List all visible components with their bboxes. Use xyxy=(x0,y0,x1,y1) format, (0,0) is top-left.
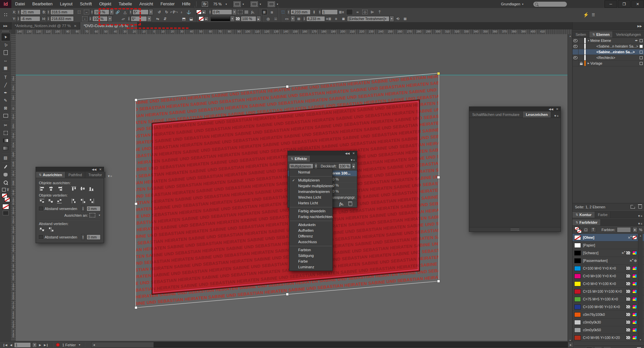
new-layer-icon[interactable] xyxy=(631,205,635,209)
chevron-right-icon[interactable]: ▶ xyxy=(202,10,206,14)
blend-option-ineinanderkopieren[interactable]: Ineinanderkopieren xyxy=(289,189,332,195)
layer-selection-square[interactable] xyxy=(640,51,643,54)
tab-farbfelder[interactable]: ⇅Farbfelder xyxy=(573,219,601,225)
page-number-field[interactable]: 1 xyxy=(14,342,31,348)
scale-x-field[interactable]: 100 % xyxy=(94,9,109,15)
align-left-button[interactable] xyxy=(40,186,45,191)
apply-to-text-button[interactable]: T xyxy=(590,227,596,232)
type-tool[interactable]: T xyxy=(1,73,10,81)
distribute-top-button[interactable] xyxy=(40,199,45,203)
ruler-guide[interactable] xyxy=(16,75,568,75)
align-to-icon[interactable] xyxy=(90,213,95,217)
spacing2-field[interactable]: 0 mm xyxy=(87,234,101,240)
link-scale-icon[interactable]: 🔗 xyxy=(115,9,120,15)
stroke-swatch-none[interactable] xyxy=(196,10,202,14)
chevron-down-icon[interactable]: ▼ xyxy=(230,16,235,22)
swatch-row[interactable]: C=0 M=100 Y=0 K=0 xyxy=(573,272,644,280)
swatch-row[interactable]: C=100 M=90 Y=10 K=0 xyxy=(573,303,644,311)
swatch-row[interactable]: [Schwarz]✕ xyxy=(573,249,644,257)
close-icon[interactable]: ✕ xyxy=(131,22,133,29)
select-next-icon[interactable]: ⬓ xyxy=(189,16,194,21)
opacity-field[interactable]: 100 % xyxy=(338,163,351,169)
spacing2-stepper[interactable]: ▲▼ xyxy=(81,234,85,240)
columns-field[interactable]: 1 xyxy=(322,9,338,15)
swatch-row[interactable]: C=0 M=95 Y=100 K=20 xyxy=(573,334,644,342)
shear-field[interactable]: 5° xyxy=(131,16,147,21)
shadow-icon[interactable] xyxy=(245,10,248,14)
tab-verknuepfungen[interactable]: Verknüpfungen xyxy=(613,31,644,38)
layer-row[interactable]: ▼Meine Ebene✒ xyxy=(573,38,644,44)
blend-option-aufhellen[interactable]: Aufhellen xyxy=(289,228,332,233)
x-stepper[interactable]: ▲▼ xyxy=(17,9,20,15)
apply-none-button[interactable] xyxy=(2,204,9,209)
blend-option-abdunkeln[interactable]: Abdunkeln xyxy=(289,222,332,228)
blend-option-hartes-licht[interactable]: Hartes Licht xyxy=(289,200,332,206)
chevron-down-icon[interactable]: ▼ xyxy=(32,342,37,348)
scissors-tool[interactable]: ✂ xyxy=(1,121,10,129)
visibility-cell[interactable] xyxy=(573,38,579,43)
chevron-down-icon[interactable]: ▼ xyxy=(149,9,153,15)
align-right-button[interactable] xyxy=(57,186,63,191)
flip-horizontal-icon[interactable]: ⇋ xyxy=(155,16,160,21)
tab-ausrichten[interactable]: ⇅Ausrichten xyxy=(36,172,65,178)
selection-handle[interactable] xyxy=(135,202,138,205)
layer-selection-square[interactable] xyxy=(640,45,643,48)
rotate-ccw-icon[interactable]: ↺ xyxy=(157,9,162,15)
blend-mode-select[interactable]: Multiplizieren xyxy=(289,163,313,169)
select-container-icon[interactable]: ♁ xyxy=(179,9,184,15)
flip-vertical-icon[interactable]: ⇵ xyxy=(162,16,168,21)
lock-cell[interactable] xyxy=(579,38,584,43)
tint-field[interactable] xyxy=(617,227,631,232)
menu-tabelle[interactable]: Tabelle xyxy=(115,0,136,8)
lock-cell[interactable] xyxy=(579,49,584,55)
distribute-vspace-button[interactable] xyxy=(40,227,45,232)
fill-swatch-none[interactable] xyxy=(199,16,204,21)
close-icon[interactable]: ✕ xyxy=(74,22,76,29)
inset-stepper[interactable]: ▲▼ xyxy=(287,9,290,15)
visibility-cell[interactable] xyxy=(573,44,579,49)
panel-menu-icon[interactable]: ▼≡ xyxy=(636,214,644,218)
tab-kontur[interactable]: ⇅Kontur xyxy=(573,212,595,218)
height-field[interactable]: 218,833 mm xyxy=(50,16,74,21)
panel-menu-icon[interactable]: ▼≡ xyxy=(105,175,114,178)
selection-handle[interactable] xyxy=(286,85,289,88)
swatch-row[interactable]: c0m0y0k50 xyxy=(573,326,644,334)
fx-button[interactable]: fx. xyxy=(339,202,344,207)
y-field[interactable]: -6 mm xyxy=(20,16,40,21)
blend-option-farbe[interactable]: Farbe xyxy=(289,259,332,264)
gutter-field[interactable]: 4,233 m xyxy=(306,16,325,21)
frame-fitting-icon[interactable]: ⊹ xyxy=(362,10,368,14)
collapse-panel-icon[interactable]: ◀◀ xyxy=(345,152,350,155)
vertical-ruler[interactable]: 3020100102030405060708090100110120130140… xyxy=(11,34,16,341)
layer-row[interactable]: ▶Vorlage xyxy=(573,61,644,66)
lock-cell[interactable] xyxy=(579,55,584,60)
close-icon[interactable]: ✕ xyxy=(556,108,558,111)
x-field[interactable]: -21 mm xyxy=(20,9,41,15)
distribute-vcenter-button[interactable] xyxy=(48,199,54,203)
align-vcenter-button[interactable] xyxy=(80,186,86,191)
spacing-stepper[interactable]: ▲▼ xyxy=(81,206,85,212)
delete-effect-icon[interactable] xyxy=(348,203,352,206)
text-columns-icon[interactable]: ≣ xyxy=(261,9,267,15)
align-left-edges-icon[interactable]: ⊫ xyxy=(370,9,375,15)
width-stepper[interactable]: ▲▼ xyxy=(47,9,50,15)
inset-field[interactable]: 4,233 mm xyxy=(290,9,311,15)
arrange-documents-button[interactable] xyxy=(268,1,275,7)
page-tool[interactable] xyxy=(1,49,10,56)
swatch-row[interactable]: [Papier] xyxy=(573,241,644,249)
layer-selection-square[interactable] xyxy=(640,56,643,59)
chevron-down-icon[interactable]: ▼ xyxy=(108,16,112,22)
layer-row[interactable]: <Rechteck> xyxy=(573,55,644,61)
visibility-cell[interactable] xyxy=(573,55,579,60)
menu-schrift[interactable]: Schrift xyxy=(76,0,95,8)
search-input[interactable] xyxy=(533,2,567,7)
window-close-button[interactable]: ✕ xyxy=(631,0,644,8)
swatches-scrollbar[interactable]: ▲▼ xyxy=(638,234,643,342)
blend-option-farbton[interactable]: Farbton xyxy=(289,247,332,253)
menu-hilfe[interactable]: Hilfe xyxy=(178,0,194,8)
scale-y-stepper[interactable]: ▲▼ xyxy=(89,16,92,22)
line-tool[interactable]: ╱ xyxy=(1,81,10,89)
panel-menu-icon[interactable]: ▼≡ xyxy=(552,114,560,118)
window-minimize-button[interactable]: ─ xyxy=(604,0,617,8)
first-page-button[interactable]: ❙◀ xyxy=(2,343,8,347)
